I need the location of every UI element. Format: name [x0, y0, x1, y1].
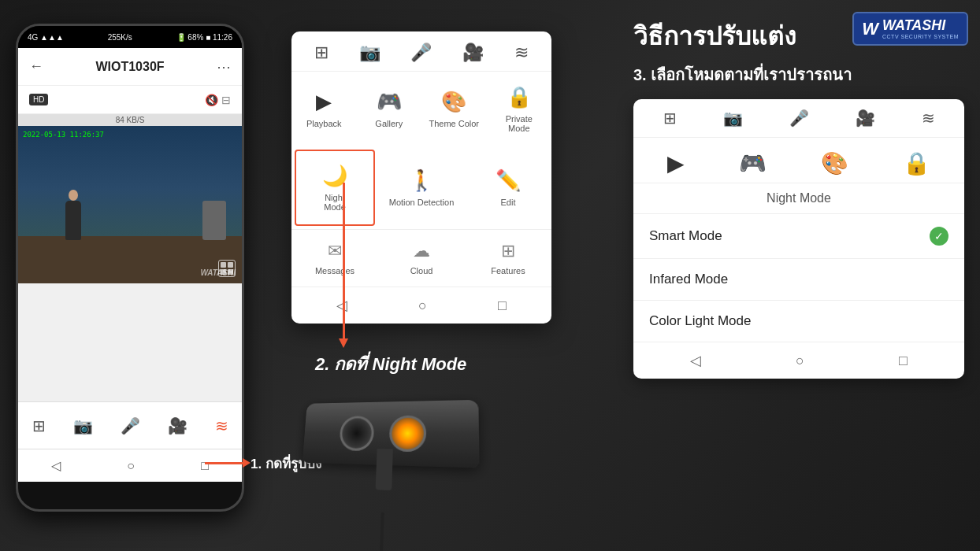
- menu-top-grid-icon[interactable]: ⊞: [314, 43, 329, 63]
- theme-color-icon: 🎨: [441, 90, 466, 114]
- motion-detection-icon: 🚶: [409, 168, 434, 193]
- feed-grid-icon: [218, 260, 236, 277]
- infared-mode-option[interactable]: Infared Mode: [633, 259, 964, 301]
- camera-3d-body-group: [272, 352, 471, 512]
- features-icon: ⊞: [501, 241, 515, 261]
- back-arrow-icon[interactable]: ←: [29, 58, 43, 75]
- camera-lens-left: [339, 416, 374, 451]
- night-panel-icons-row: ▶ 🎮 🎨 🔒: [633, 138, 964, 183]
- right-subtitle: 3. เลือกโหมดตามที่เราปรารถนา: [633, 62, 964, 87]
- menu-top-camera-icon[interactable]: 📷: [359, 43, 380, 63]
- red-indicator-line: [343, 183, 345, 340]
- scene-person: [65, 201, 81, 240]
- menu-item-gallery[interactable]: 🎮 Gallery: [357, 72, 422, 146]
- np-video-icon[interactable]: 🎥: [856, 109, 875, 128]
- np-private-icon[interactable]: 🔒: [903, 150, 930, 176]
- bottom-video-icon[interactable]: 🎥: [168, 416, 187, 435]
- camera-feed: 2022-05-13 11:26:37 WATASHI: [18, 126, 242, 283]
- camera-title: WIOT1030F: [95, 60, 164, 74]
- back-nav-btn[interactable]: ◁: [51, 458, 61, 473]
- np-theme-icon[interactable]: 🎨: [821, 150, 848, 176]
- bottom-camera-icon[interactable]: 📷: [73, 416, 93, 435]
- np-playback-icon[interactable]: ▶: [667, 150, 685, 176]
- menu-top-bar: ⊞ 📷 🎤 🎥 ≋: [291, 31, 551, 72]
- menu-top-video-icon[interactable]: 🎥: [462, 43, 484, 63]
- menu-item-theme-color[interactable]: 🎨 Theme Color: [421, 72, 487, 146]
- np-home-nav[interactable]: ○: [796, 353, 804, 369]
- menu-row2-bottom: ✉ Messages ☁ Cloud ⊞ Features: [291, 229, 551, 287]
- menu-item-motion-detection[interactable]: 🚶 Motion Detection: [378, 146, 465, 229]
- bottom-grid-icon[interactable]: ⊞: [32, 416, 46, 435]
- edit-label: Edit: [501, 198, 516, 207]
- menu-item-night-mode[interactable]: 🌙 NightMode: [295, 150, 375, 226]
- np-recent-nav[interactable]: □: [899, 353, 908, 369]
- motion-detection-label: Motion Detection: [389, 198, 455, 207]
- menu-home-nav[interactable]: ○: [418, 298, 427, 314]
- np-grid-icon[interactable]: ⊞: [663, 109, 677, 128]
- menu-top-mic-icon[interactable]: 🎤: [410, 43, 432, 63]
- more-options-icon[interactable]: ⋯: [217, 58, 231, 76]
- menu-item-private-mode[interactable]: 🔒 Private Mode: [487, 72, 552, 146]
- battery-text: 🔋 68% ■ 11:26: [176, 33, 232, 42]
- np-back-nav[interactable]: ◁: [690, 352, 701, 369]
- private-mode-icon: 🔒: [507, 85, 532, 109]
- kb-display: 84 KB/S: [18, 114, 242, 126]
- np-camera-icon[interactable]: 📷: [723, 109, 743, 128]
- np-gallery-icon[interactable]: 🎮: [739, 150, 767, 176]
- signal-text: 4G ▲▲▲: [28, 33, 64, 42]
- smart-mode-option[interactable]: Smart Mode ✓: [633, 214, 964, 259]
- edit-icon: ✏️: [496, 168, 521, 193]
- private-mode-label: Private Mode: [494, 114, 545, 133]
- menu-popup: ⊞ 📷 🎤 🎥 ≋ ▶ Playback 🎮 Gallery 🎨 Theme C…: [291, 31, 551, 324]
- phone-status-bar: 4G ▲▲▲ 255K/s 🔋 68% ■ 11:26: [18, 26, 242, 48]
- right-panel: วิธีการปรับแต่ง 3. เลือกโหมดตามที่เราปรา…: [633, 16, 964, 379]
- menu-top-waves-icon[interactable]: ≋: [514, 43, 529, 63]
- smart-mode-checkmark: ✓: [930, 227, 948, 246]
- menu-item-messages[interactable]: ✉ Messages: [291, 230, 378, 287]
- playback-icon: ▶: [316, 90, 332, 114]
- bottom-mic-icon[interactable]: 🎤: [121, 416, 140, 435]
- night-mode-panel: ⊞ 📷 🎤 🎥 ≋ ▶ 🎮 🎨 🔒 Night Mode Smart Mode …: [633, 99, 964, 379]
- menu-recent-nav[interactable]: □: [498, 298, 507, 314]
- menu-item-cloud[interactable]: ☁ Cloud: [378, 230, 465, 287]
- step1-arrow-line: [205, 462, 244, 464]
- night-mode-title: Night Mode: [633, 183, 964, 214]
- gallery-label: Gallery: [375, 119, 403, 128]
- menu-grid-row2: 🌙 NightMode 🚶 Motion Detection ✏️ Edit: [291, 146, 551, 229]
- camera-scene: 2022-05-13 11:26:37 WATASHI: [18, 126, 242, 283]
- speed-text: 255K/s: [108, 33, 132, 42]
- phone-sub-header: HD 🔇 ⊟: [18, 86, 242, 114]
- speaker-icon[interactable]: 🔇 ⊟: [205, 94, 231, 106]
- night-panel-nav: ◁ ○ □: [633, 342, 964, 379]
- phone-bottom-bar[interactable]: ⊞ 📷 🎤 🎥 ≋: [18, 401, 242, 449]
- theme-color-label: Theme Color: [429, 119, 479, 128]
- np-waves-icon[interactable]: ≋: [922, 109, 935, 128]
- night-panel-top-bar: ⊞ 📷 🎤 🎥 ≋: [633, 99, 964, 138]
- playback-label: Playback: [306, 119, 342, 128]
- phone-header: ← WIOT1030F ⋯: [18, 48, 242, 86]
- home-nav-btn[interactable]: ○: [127, 459, 135, 473]
- np-mic-icon[interactable]: 🎤: [789, 109, 809, 128]
- smart-mode-label: Smart Mode: [649, 228, 722, 244]
- camera-lens-right: [389, 416, 427, 453]
- phone-mockup: 4G ▲▲▲ 255K/s 🔋 68% ■ 11:26 ← WIOT1030F …: [16, 24, 244, 512]
- cloud-icon: ☁: [413, 241, 430, 261]
- menu-item-playback[interactable]: ▶ Playback: [291, 72, 357, 146]
- hd-badge: HD: [29, 94, 48, 105]
- menu-item-edit[interactable]: ✏️ Edit: [465, 146, 551, 229]
- scene-fan: [202, 201, 226, 240]
- bottom-waves-icon[interactable]: ≋: [215, 416, 228, 435]
- color-light-mode-option[interactable]: Color Light Mode: [633, 301, 964, 342]
- camera-mount: [376, 449, 393, 490]
- menu-grid-row1: ▶ Playback 🎮 Gallery 🎨 Theme Color 🔒 Pri…: [291, 72, 551, 146]
- step1-arrow-head: [243, 458, 251, 468]
- camera-3d-image: [268, 354, 504, 512]
- right-title: วิธีการปรับแต่ง: [633, 16, 964, 56]
- features-label: Features: [491, 266, 525, 276]
- gallery-icon: 🎮: [377, 90, 402, 114]
- menu-item-features[interactable]: ⊞ Features: [465, 230, 551, 287]
- phone-spacer: [18, 283, 242, 401]
- camera-timestamp: 2022-05-13 11:26:37: [23, 131, 104, 139]
- color-light-mode-label: Color Light Mode: [649, 313, 751, 329]
- phone-container: 4G ▲▲▲ 255K/s 🔋 68% ■ 11:26 ← WIOT1030F …: [16, 24, 260, 527]
